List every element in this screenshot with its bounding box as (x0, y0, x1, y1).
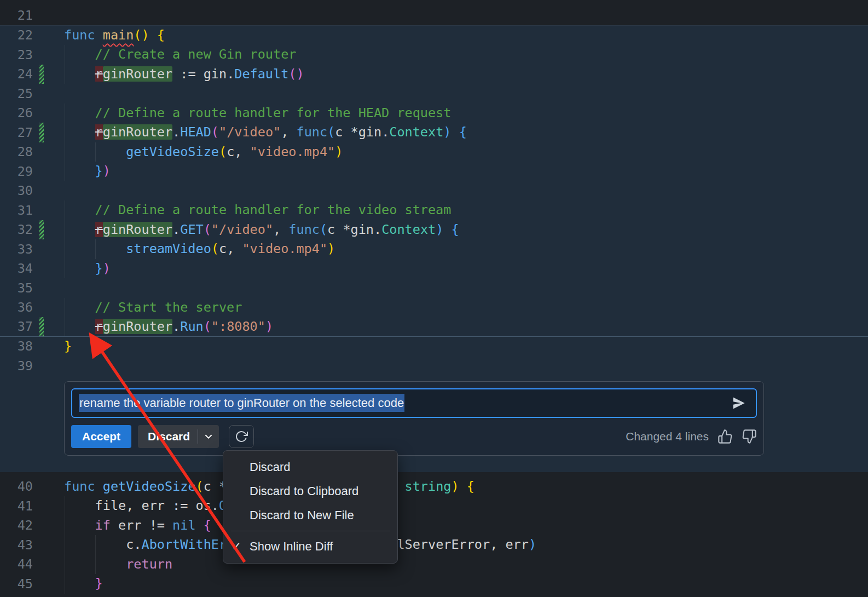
regenerate-button[interactable] (229, 425, 254, 448)
line-number: 43 (0, 537, 33, 553)
line-number: 27 (0, 125, 33, 140)
code-line-40[interactable]: 40func getVideoSize(c *gin.Context, vide… (0, 477, 868, 497)
line-number: 30 (0, 183, 33, 198)
code-line-37[interactable]: 37 rginRouter.Run(":8080") (0, 317, 868, 337)
code-line-28[interactable]: 28 getVideoSize(c, "video.mp4") (0, 142, 868, 162)
menu-item-label: Show Inline Diff (250, 539, 333, 554)
gutter-spacer (39, 496, 44, 516)
gutter-spacer (39, 337, 44, 357)
code-line-35[interactable]: 35 (0, 278, 868, 298)
code-content: // Create a new Gin router (64, 45, 868, 65)
indent-guide (65, 317, 65, 337)
code-line-34[interactable]: 34 }) (0, 259, 868, 279)
gutter-spacer (39, 5, 44, 25)
code-content: rginRouter.HEAD("/video", func(c *gin.Co… (64, 123, 868, 142)
code-content: c.AbortWithError(http.StatusInternalServ… (64, 535, 868, 555)
chevron-down-icon (204, 432, 213, 441)
code-line-41[interactable]: 41 file, err := os.Open(videoPath) (0, 496, 868, 516)
gutter-spacer (39, 574, 44, 594)
line-number: 41 (0, 498, 33, 514)
refresh-icon (235, 430, 248, 443)
changed-code-region: 22func main() {23 // Create a new Gin ro… (0, 25, 868, 472)
code-line-31[interactable]: 31 // Define a route handler for the vid… (0, 200, 868, 220)
menu-item-show-inline-diff[interactable]: ✓ Show Inline Diff (223, 535, 397, 559)
line-number: 21 (0, 8, 33, 23)
code-line-25[interactable]: 25 (0, 84, 868, 104)
indent-guide (65, 104, 65, 123)
code-editor: 21 22func main() {23 // Create a new Gin… (0, 0, 868, 594)
checkmark-icon: ✓ (223, 540, 250, 553)
line-number: 26 (0, 105, 33, 120)
code-line-27[interactable]: 27 rginRouter.HEAD("/video", func(c *gin… (0, 123, 868, 142)
code-content: func getVideoSize(c *gin.Context, videoP… (64, 477, 868, 497)
indent-guide (95, 239, 96, 259)
line-number: 36 (0, 300, 33, 315)
code-line-38[interactable]: 38} (0, 337, 868, 357)
menu-item-discard-to-clipboard[interactable]: Discard to Clipboard (223, 479, 397, 503)
indent-guide (65, 220, 65, 240)
line-number: 45 (0, 576, 33, 592)
code-content: func main() { (64, 26, 868, 45)
menu-item-label: Discard (250, 460, 291, 474)
line-number: 39 (0, 358, 33, 374)
code-line-23[interactable]: 23 // Create a new Gin router (0, 45, 868, 65)
line-number: 34 (0, 261, 33, 276)
gutter-spacer (39, 142, 44, 162)
code-content: } (64, 337, 868, 357)
menu-item-discard-to-new-file[interactable]: Discard to New File (223, 503, 397, 527)
code-line-42[interactable]: 42 if err != nil { (0, 516, 868, 536)
indent-guide (95, 535, 96, 555)
gutter-spacer (39, 555, 44, 575)
gutter-diff-indicator (39, 123, 44, 142)
chat-actions-bar: Accept Discard Changed 4 (71, 424, 757, 449)
menu-item-discard[interactable]: Discard (223, 455, 397, 479)
discard-button[interactable]: Discard (138, 425, 219, 448)
code-line-29[interactable]: 29 }) (0, 162, 868, 181)
send-button[interactable] (728, 393, 749, 414)
code-line-21[interactable]: 21 (0, 5, 868, 25)
indent-guide (65, 45, 65, 65)
gutter-diff-indicator (39, 317, 44, 337)
context-menu: Discard Discard to Clipboard Discard to … (223, 450, 398, 564)
line-number: 32 (0, 222, 33, 237)
indent-guide (65, 496, 65, 516)
code-line-30[interactable]: 30 (0, 181, 868, 201)
indent-guide (65, 535, 65, 555)
indent-guide (65, 65, 65, 84)
code-line-39[interactable]: 39 (0, 356, 868, 376)
gutter-diff-indicator (39, 220, 44, 240)
line-number: 44 (0, 556, 33, 572)
code-content: }) (64, 162, 868, 181)
discard-dropdown-chevron[interactable] (198, 425, 219, 448)
chat-input[interactable]: rename the variable router to ginRouter … (71, 388, 757, 418)
code-line-24[interactable]: 24 rginRouter := gin.Default() (0, 65, 868, 84)
gutter-spacer (39, 298, 44, 318)
thumbs-up-button[interactable] (717, 429, 733, 444)
thumbs-up-icon (717, 429, 733, 444)
thumbs-down-button[interactable] (742, 429, 757, 444)
gutter-spacer (39, 200, 44, 220)
gutter-spacer (39, 162, 44, 181)
code-content: // Define a route handler for the video … (64, 200, 868, 220)
gutter-spacer (39, 181, 44, 201)
chat-input-text: rename the variable router to ginRouter … (79, 396, 404, 410)
code-content: } (64, 574, 868, 594)
indent-guide (65, 142, 65, 162)
code-line-43[interactable]: 43 c.AbortWithError(http.StatusInternalS… (0, 535, 868, 555)
indent-guide (65, 574, 65, 594)
code-line-33[interactable]: 33 streamVideo(c, "video.mp4") (0, 239, 868, 259)
code-line-32[interactable]: 32 rginRouter.GET("/video", func(c *gin.… (0, 220, 868, 240)
thumbs-down-icon (742, 429, 757, 444)
code-content: }) (64, 259, 868, 279)
code-content: rginRouter.GET("/video", func(c *gin.Con… (64, 220, 868, 240)
code-line-45[interactable]: 45 } (0, 574, 868, 594)
code-line-22[interactable]: 22func main() { (0, 26, 868, 45)
code-line-36[interactable]: 36 // Start the server (0, 298, 868, 318)
code-line-26[interactable]: 26 // Define a route handler for the HEA… (0, 104, 868, 123)
gutter-spacer (39, 45, 44, 65)
line-number: 23 (0, 47, 33, 62)
code-section-above: 21 (0, 0, 868, 25)
accept-button[interactable]: Accept (71, 425, 131, 448)
gutter-spacer (39, 477, 44, 497)
code-line-44[interactable]: 44 return (0, 555, 868, 575)
